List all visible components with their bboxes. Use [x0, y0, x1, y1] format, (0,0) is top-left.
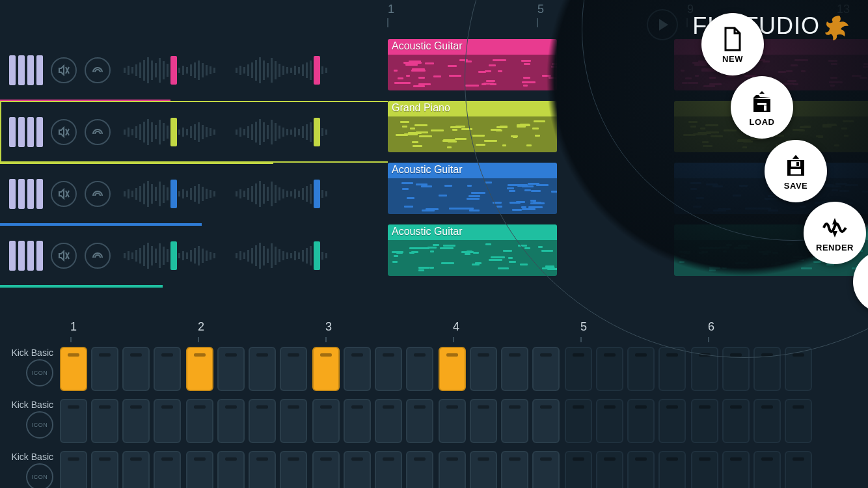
step-cell[interactable] — [596, 451, 623, 488]
step-cell[interactable] — [122, 347, 150, 391]
track-slider[interactable] — [124, 178, 221, 210]
step-cell[interactable] — [439, 347, 466, 391]
step-cell[interactable] — [565, 347, 592, 391]
step-cell[interactable] — [344, 347, 371, 391]
step-cell[interactable] — [691, 451, 718, 488]
step-cell[interactable] — [217, 451, 245, 488]
step-cell[interactable] — [406, 451, 433, 488]
step-cell[interactable] — [249, 451, 276, 488]
step-cell[interactable] — [753, 399, 781, 443]
channel-icon-button[interactable]: ICON — [26, 359, 53, 386]
step-cell[interactable] — [154, 451, 181, 488]
save-button[interactable]: SAVE — [765, 140, 827, 202]
step-cell[interactable] — [532, 347, 560, 391]
piano-keys-icon[interactable] — [9, 55, 43, 85]
step-cell[interactable] — [565, 399, 592, 443]
sequencer-channel-label[interactable]: Kick BasicICON — [0, 449, 60, 488]
step-cell[interactable] — [406, 347, 433, 391]
step-cell[interactable] — [470, 451, 497, 488]
solo-button[interactable] — [85, 243, 111, 269]
step-cell[interactable] — [280, 347, 307, 391]
step-cell[interactable] — [375, 451, 402, 488]
track-slider[interactable] — [124, 54, 221, 87]
step-cell[interactable] — [532, 399, 560, 443]
step-cell[interactable] — [122, 399, 150, 443]
step-cell[interactable] — [470, 399, 497, 443]
step-cell[interactable] — [312, 347, 340, 391]
step-cell[interactable] — [785, 451, 812, 488]
piano-keys-icon[interactable] — [9, 179, 43, 209]
step-cell[interactable] — [785, 347, 812, 391]
track-slider[interactable] — [236, 116, 333, 148]
solo-button[interactable] — [85, 119, 111, 145]
step-cell[interactable] — [249, 399, 276, 443]
step-cell[interactable] — [312, 451, 340, 488]
step-cell[interactable] — [91, 451, 118, 488]
load-button[interactable]: LOAD — [731, 76, 793, 139]
step-cell[interactable] — [217, 347, 245, 391]
step-cell[interactable] — [691, 347, 718, 391]
step-cell[interactable] — [154, 399, 181, 443]
track-slider[interactable] — [236, 54, 333, 87]
track-row[interactable]: Acoustic Guitar — [0, 224, 868, 286]
new-button[interactable]: NEW — [701, 13, 764, 75]
step-cell[interactable] — [722, 347, 750, 391]
step-cell[interactable] — [501, 347, 528, 391]
mute-button[interactable] — [51, 119, 77, 145]
sequencer-channel-label[interactable]: Kick BasicICON — [0, 345, 60, 393]
track-slider[interactable] — [236, 239, 333, 272]
piano-keys-icon[interactable] — [9, 117, 43, 147]
step-cell[interactable] — [375, 399, 402, 443]
channel-icon-button[interactable]: ICON — [26, 411, 53, 439]
sequencer-channel-label[interactable]: Kick BasicICON — [0, 397, 60, 445]
timeline-ruler[interactable]: 15913 — [388, 0, 868, 27]
step-cell[interactable] — [565, 451, 592, 488]
step-cell[interactable] — [501, 451, 528, 488]
step-cell[interactable] — [154, 347, 181, 391]
step-cell[interactable] — [722, 451, 750, 488]
step-cell[interactable] — [596, 347, 623, 391]
step-cell[interactable] — [344, 399, 371, 443]
step-cell[interactable] — [280, 451, 307, 488]
step-cell[interactable] — [753, 451, 781, 488]
step-cell[interactable] — [375, 347, 402, 391]
step-cell[interactable] — [439, 451, 466, 488]
step-cell[interactable] — [91, 399, 118, 443]
mute-button[interactable] — [51, 243, 77, 269]
step-cell[interactable] — [658, 399, 686, 443]
track-row[interactable]: Acoustic Guitar — [0, 163, 868, 224]
step-cell[interactable] — [60, 451, 87, 488]
step-cell[interactable] — [280, 399, 307, 443]
track-slider[interactable] — [124, 239, 221, 272]
step-cell[interactable] — [627, 399, 655, 443]
step-cell[interactable] — [470, 347, 497, 391]
step-cell[interactable] — [186, 347, 213, 391]
track-slider[interactable] — [236, 178, 333, 210]
step-cell[interactable] — [60, 347, 87, 391]
step-cell[interactable] — [122, 451, 150, 488]
step-cell[interactable] — [627, 451, 655, 488]
mute-button[interactable] — [51, 181, 77, 207]
step-cell[interactable] — [658, 347, 686, 391]
step-cell[interactable] — [753, 347, 781, 391]
channel-icon-button[interactable]: ICON — [26, 463, 53, 488]
step-cell[interactable] — [312, 399, 340, 443]
step-cell[interactable] — [217, 399, 245, 443]
solo-button[interactable] — [85, 181, 111, 207]
step-cell[interactable] — [501, 399, 528, 443]
step-cell[interactable] — [406, 399, 433, 443]
step-cell[interactable] — [691, 399, 718, 443]
step-cell[interactable] — [439, 399, 466, 443]
step-cell[interactable] — [186, 399, 213, 443]
step-cell[interactable] — [658, 451, 686, 488]
step-cell[interactable] — [596, 399, 623, 443]
step-cell[interactable] — [785, 399, 812, 443]
track-slider[interactable] — [124, 116, 221, 148]
step-cell[interactable] — [722, 399, 750, 443]
render-button[interactable]: RENDER — [804, 202, 866, 264]
step-cell[interactable] — [91, 347, 118, 391]
step-cell[interactable] — [60, 399, 87, 443]
solo-button[interactable] — [85, 57, 111, 83]
mute-button[interactable] — [51, 57, 77, 83]
step-cell[interactable] — [249, 347, 276, 391]
